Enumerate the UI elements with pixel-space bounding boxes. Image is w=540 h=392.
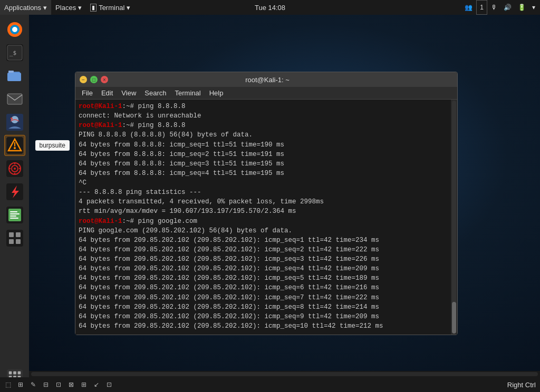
svg-rect-30 xyxy=(10,211,17,212)
svg-rect-40 xyxy=(8,371,12,375)
svg-point-21 xyxy=(14,168,16,170)
svg-rect-31 xyxy=(10,213,20,214)
horizontal-scrollbar xyxy=(29,371,540,377)
svg-rect-29 xyxy=(8,209,21,221)
desktop: Applications ▾ Places ▾ ▮ Terminal ▾ Tue… xyxy=(0,0,540,392)
svg-point-2 xyxy=(12,27,17,32)
scrollbar-track[interactable] xyxy=(452,101,456,334)
terminal-label: Terminal xyxy=(99,4,124,12)
menu-file[interactable]: File xyxy=(78,87,97,100)
bottom-icon-5[interactable]: ⊡ xyxy=(53,379,64,390)
flash-icon xyxy=(6,183,23,200)
svg-rect-7 xyxy=(8,71,14,73)
titlebar-buttons: − □ × xyxy=(80,76,108,83)
bottom-icon-7[interactable]: ⊞ xyxy=(78,379,90,390)
terminal-icon-small: ▮ xyxy=(90,4,97,12)
burpsuite-icon xyxy=(6,137,23,154)
svg-point-13 xyxy=(11,117,13,120)
h-scroll-track[interactable] xyxy=(31,372,538,376)
terminal-icon: _$ xyxy=(6,44,23,61)
bottom-bar: ⬚ ⊞ ✎ ⊟ ⊡ ⊠ ⊞ ↙ ⊡ Right Ctrl xyxy=(0,377,540,392)
people-icon-panel[interactable]: 👥 xyxy=(462,0,475,15)
mail-icon xyxy=(6,91,23,107)
sidebar-item-terminal[interactable]: _$ xyxy=(4,42,25,63)
svg-rect-9 xyxy=(7,94,22,104)
maximize-button[interactable]: □ xyxy=(90,76,98,83)
close-button[interactable]: × xyxy=(101,76,108,83)
microphone-icon[interactable]: 🎙 xyxy=(488,0,500,15)
sidebar-item-notes[interactable] xyxy=(4,204,25,226)
bottom-icon-2[interactable]: ⊞ xyxy=(15,379,26,390)
firefox-icon xyxy=(6,21,23,38)
volume-icon[interactable]: 🔊 xyxy=(501,0,514,15)
bottom-icon-1[interactable]: ⬚ xyxy=(2,379,14,390)
terminal-window: − □ × root@Kali-1: ~ File Edit View Sear… xyxy=(75,72,458,335)
terminal-title: root@Kali-1: ~ xyxy=(108,76,427,84)
bottom-icon-6[interactable]: ⊠ xyxy=(65,379,77,390)
bottom-icon-8[interactable]: ↙ xyxy=(91,379,102,390)
battery-icon[interactable]: 🔋 xyxy=(515,0,528,15)
menu-terminal[interactable]: Terminal xyxy=(171,87,205,100)
avatar-icon xyxy=(6,114,23,131)
scrollbar-thumb[interactable] xyxy=(452,302,456,334)
svg-rect-38 xyxy=(16,239,21,244)
sidebar-item-tool2[interactable] xyxy=(4,158,25,179)
burpsuite-tooltip: burpsuite xyxy=(35,140,70,151)
svg-rect-35 xyxy=(9,232,14,237)
sidebar-item-flash[interactable] xyxy=(4,181,25,202)
bottom-icon-9[interactable]: ⊡ xyxy=(103,379,115,390)
terminal-body[interactable]: root@Kali-1:~# ping 8.8.8.8 connect: Net… xyxy=(75,100,457,335)
menu-edit[interactable]: Edit xyxy=(97,87,117,100)
power-icon[interactable]: ▾ xyxy=(529,0,538,15)
svg-rect-34 xyxy=(6,230,23,247)
terminal-arrow: ▾ xyxy=(127,4,130,12)
svg-text:_$: _$ xyxy=(9,50,16,56)
notes-icon xyxy=(6,207,23,223)
workspace-switcher[interactable]: 1 xyxy=(476,0,487,15)
applications-arrow: ▾ xyxy=(43,4,47,12)
grid-icon xyxy=(6,230,23,247)
applications-menu[interactable]: Applications ▾ xyxy=(0,0,51,15)
svg-rect-41 xyxy=(13,371,16,375)
terminal-titlebar: − □ × root@Kali-1: ~ xyxy=(75,72,457,87)
terminal-menubar: File Edit View Search Terminal Help xyxy=(75,87,457,100)
svg-rect-33 xyxy=(10,218,18,219)
panel-right: 👥 1 🎙 🔊 🔋 ▾ xyxy=(462,0,540,15)
svg-rect-37 xyxy=(9,239,14,244)
svg-rect-17 xyxy=(14,142,15,146)
sidebar: _$ xyxy=(0,15,29,392)
bottom-icon-4[interactable]: ⊟ xyxy=(40,379,52,390)
svg-rect-8 xyxy=(7,73,21,81)
sidebar-item-avatar[interactable] xyxy=(4,112,25,133)
menu-help[interactable]: Help xyxy=(205,87,228,100)
tool2-icon xyxy=(6,160,23,177)
menu-view[interactable]: View xyxy=(117,87,140,100)
sidebar-item-firefox[interactable] xyxy=(4,19,25,40)
menu-search[interactable]: Search xyxy=(140,87,170,100)
bottom-icon-3[interactable]: ✎ xyxy=(27,379,39,390)
svg-rect-42 xyxy=(17,371,21,375)
top-panel: Applications ▾ Places ▾ ▮ Terminal ▾ Tue… xyxy=(0,0,540,15)
svg-rect-36 xyxy=(16,232,21,237)
applications-label: Applications xyxy=(4,4,41,12)
right-ctrl-label: Right Ctrl xyxy=(507,381,540,389)
places-label: Places xyxy=(55,4,76,12)
minimize-button[interactable]: − xyxy=(80,76,87,83)
sidebar-item-mail[interactable] xyxy=(4,89,25,110)
terminal-output[interactable]: root@Kali-1:~# ping 8.8.8.8 connect: Net… xyxy=(75,100,451,335)
sidebar-item-files[interactable] xyxy=(4,65,25,86)
sidebar-item-burpsuite[interactable]: burpsuite xyxy=(4,135,25,156)
svg-point-16 xyxy=(14,147,16,149)
clock: Tue 14:08 xyxy=(255,4,285,12)
panel-left: Applications ▾ Places ▾ ▮ Terminal ▾ xyxy=(0,0,134,15)
svg-rect-32 xyxy=(10,215,16,217)
terminal-menu[interactable]: ▮ Terminal ▾ xyxy=(86,0,134,15)
bottom-icons: ⬚ ⊞ ✎ ⊟ ⊡ ⊠ ⊞ ↙ ⊡ xyxy=(0,379,115,390)
places-menu[interactable]: Places ▾ xyxy=(51,0,86,15)
files-icon xyxy=(6,67,23,84)
terminal-scrollbar[interactable] xyxy=(451,100,457,335)
sidebar-item-grid[interactable] xyxy=(4,228,25,249)
places-arrow: ▾ xyxy=(78,4,82,12)
